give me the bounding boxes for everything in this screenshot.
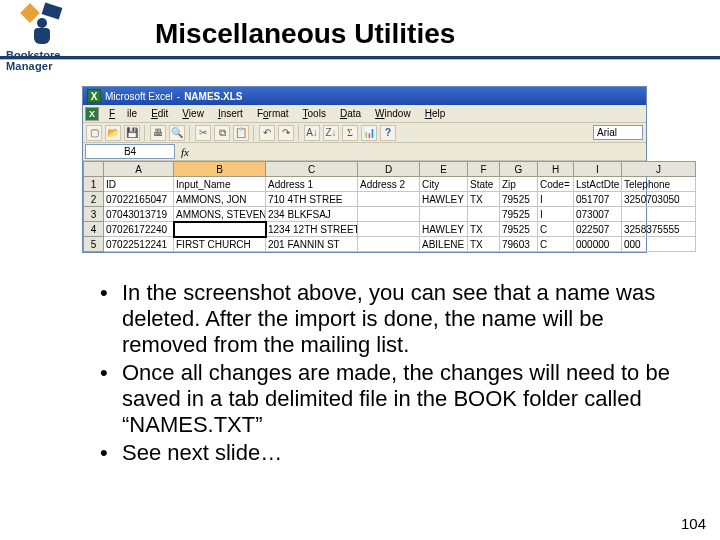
cell[interactable]: TX bbox=[468, 222, 500, 237]
cell[interactable]: HAWLEY bbox=[420, 192, 468, 207]
cell[interactable]: C bbox=[538, 237, 574, 252]
row-hdr[interactable]: 5 bbox=[84, 237, 104, 252]
fx-icon[interactable]: fx bbox=[181, 146, 189, 158]
menu-window[interactable]: Window bbox=[369, 107, 417, 120]
row-hdr[interactable]: 2 bbox=[84, 192, 104, 207]
table-row: 2 07022165047 AMMONS, JON 710 4TH STREE … bbox=[84, 192, 696, 207]
cell[interactable]: I bbox=[538, 207, 574, 222]
col-H[interactable]: H bbox=[538, 162, 574, 177]
sort-desc-icon[interactable]: Z↓ bbox=[323, 125, 339, 141]
cell[interactable] bbox=[358, 222, 420, 237]
sum-icon[interactable]: Σ bbox=[342, 125, 358, 141]
cell[interactable]: 07043013719 bbox=[104, 207, 174, 222]
cell[interactable]: 07022165047 bbox=[104, 192, 174, 207]
cell[interactable]: 051707 bbox=[574, 192, 622, 207]
menu-insert[interactable]: Insert bbox=[212, 107, 249, 120]
col-D[interactable]: D bbox=[358, 162, 420, 177]
cell[interactable]: Code= bbox=[538, 177, 574, 192]
cell[interactable]: ABILENE bbox=[420, 237, 468, 252]
excel-app-name: Microsoft Excel bbox=[105, 91, 173, 102]
font-name-box[interactable]: Arial bbox=[593, 125, 643, 140]
cell[interactable] bbox=[468, 207, 500, 222]
table-row: 5 07022512241 FIRST CHURCH 201 FANNIN ST… bbox=[84, 237, 696, 252]
active-cell[interactable] bbox=[174, 222, 266, 237]
new-icon[interactable]: ▢ bbox=[86, 125, 102, 141]
cell[interactable]: 022507 bbox=[574, 222, 622, 237]
col-B[interactable]: B bbox=[174, 162, 266, 177]
cell[interactable]: 3258375555 bbox=[622, 222, 696, 237]
col-J[interactable]: J bbox=[622, 162, 696, 177]
name-box[interactable]: B4 bbox=[85, 144, 175, 159]
cell[interactable]: State bbox=[468, 177, 500, 192]
cell[interactable]: 1234 12TH STREET bbox=[266, 222, 358, 237]
save-icon[interactable]: 💾 bbox=[124, 125, 140, 141]
cell[interactable]: 79525 bbox=[500, 192, 538, 207]
menu-tools[interactable]: Tools bbox=[297, 107, 332, 120]
col-C[interactable]: C bbox=[266, 162, 358, 177]
corner-cell[interactable] bbox=[84, 162, 104, 177]
cell[interactable]: Zip bbox=[500, 177, 538, 192]
cell[interactable]: 201 FANNIN ST bbox=[266, 237, 358, 252]
cell[interactable]: C bbox=[538, 222, 574, 237]
copy-icon[interactable]: ⧉ bbox=[214, 125, 230, 141]
excel-doc-icon: X bbox=[85, 107, 99, 121]
cell[interactable]: TX bbox=[468, 237, 500, 252]
cell[interactable]: Address 2 bbox=[358, 177, 420, 192]
menu-edit[interactable]: Edit bbox=[145, 107, 174, 120]
cell[interactable]: Address 1 bbox=[266, 177, 358, 192]
cell[interactable]: 000 bbox=[622, 237, 696, 252]
cell[interactable]: TX bbox=[468, 192, 500, 207]
row-hdr[interactable]: 4 bbox=[84, 222, 104, 237]
cell[interactable]: LstActDte bbox=[574, 177, 622, 192]
open-icon[interactable]: 📂 bbox=[105, 125, 121, 141]
cell[interactable]: HAWLEY bbox=[420, 222, 468, 237]
print-icon[interactable]: 🖶 bbox=[150, 125, 166, 141]
preview-icon[interactable]: 🔍 bbox=[169, 125, 185, 141]
col-E[interactable]: E bbox=[420, 162, 468, 177]
chart-icon[interactable]: 📊 bbox=[361, 125, 377, 141]
menu-help[interactable]: Help bbox=[419, 107, 452, 120]
cell[interactable]: 79603 bbox=[500, 237, 538, 252]
cell[interactable]: 07026172240 bbox=[104, 222, 174, 237]
menu-file[interactable]: File bbox=[103, 107, 143, 120]
cell[interactable]: 3250703050 bbox=[622, 192, 696, 207]
cell[interactable] bbox=[358, 192, 420, 207]
cell[interactable] bbox=[358, 237, 420, 252]
cell[interactable]: 000000 bbox=[574, 237, 622, 252]
cell[interactable]: FIRST CHURCH bbox=[174, 237, 266, 252]
cell[interactable]: 710 4TH STREE bbox=[266, 192, 358, 207]
col-I[interactable]: I bbox=[574, 162, 622, 177]
menu-view[interactable]: View bbox=[176, 107, 210, 120]
redo-icon[interactable]: ↷ bbox=[278, 125, 294, 141]
cell[interactable]: 79525 bbox=[500, 207, 538, 222]
paste-icon[interactable]: 📋 bbox=[233, 125, 249, 141]
row-hdr[interactable]: 3 bbox=[84, 207, 104, 222]
cell[interactable]: 07022512241 bbox=[104, 237, 174, 252]
col-A[interactable]: A bbox=[104, 162, 174, 177]
undo-icon[interactable]: ↶ bbox=[259, 125, 275, 141]
col-F[interactable]: F bbox=[468, 162, 500, 177]
cell[interactable]: ID bbox=[104, 177, 174, 192]
cell[interactable]: AMMONS, STEVEN bbox=[174, 207, 266, 222]
cell[interactable]: City bbox=[420, 177, 468, 192]
logo-text: Bookstore Manager bbox=[6, 50, 78, 72]
cell[interactable] bbox=[420, 207, 468, 222]
cell[interactable]: 234 BLKFSAJ bbox=[266, 207, 358, 222]
cell[interactable] bbox=[622, 207, 696, 222]
cell[interactable] bbox=[358, 207, 420, 222]
menu-format[interactable]: Format bbox=[251, 107, 295, 120]
col-G[interactable]: G bbox=[500, 162, 538, 177]
cell[interactable]: I bbox=[538, 192, 574, 207]
help-icon[interactable]: ? bbox=[380, 125, 396, 141]
cell[interactable]: Telephone bbox=[622, 177, 696, 192]
cell[interactable]: 073007 bbox=[574, 207, 622, 222]
table-row: 3 07043013719 AMMONS, STEVEN 234 BLKFSAJ… bbox=[84, 207, 696, 222]
cut-icon[interactable]: ✂ bbox=[195, 125, 211, 141]
row-hdr[interactable]: 1 bbox=[84, 177, 104, 192]
sort-asc-icon[interactable]: A↓ bbox=[304, 125, 320, 141]
cell[interactable]: 79525 bbox=[500, 222, 538, 237]
cell[interactable]: AMMONS, JON bbox=[174, 192, 266, 207]
menu-data[interactable]: Data bbox=[334, 107, 367, 120]
cell[interactable]: Input_Name bbox=[174, 177, 266, 192]
excel-app-icon: X bbox=[87, 89, 101, 103]
